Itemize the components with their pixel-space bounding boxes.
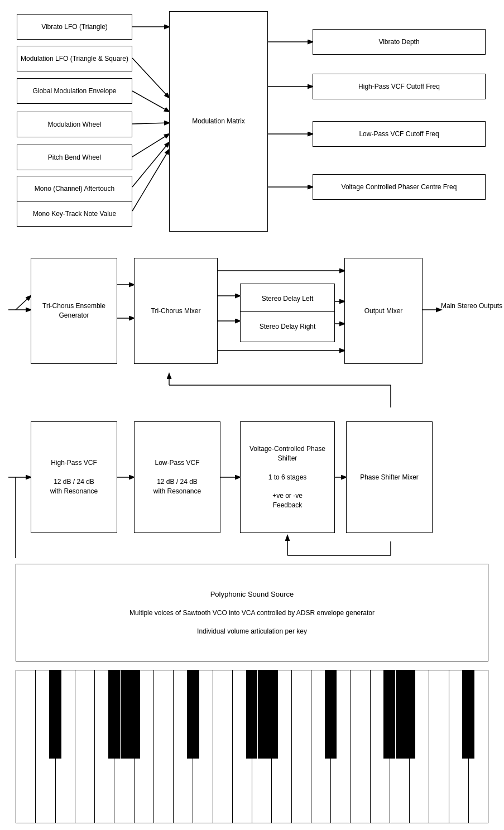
white-key (233, 670, 252, 823)
mod-matrix-box: Modulation Matrix (169, 11, 268, 232)
phase-shifter-mixer-box: Phase Shifter Mixer (346, 421, 433, 533)
white-key (272, 670, 291, 823)
vc-phaser-freq-label: Voltage Controlled Phaser Centre Freq (342, 183, 457, 192)
stereo-delay-right-box: Stereo Delay Right (240, 311, 335, 342)
main-stereo-label: Main Stereo Outputs (441, 301, 502, 311)
svg-line-4 (132, 134, 169, 157)
white-key (429, 670, 449, 823)
mono-aftertouch-label: Mono (Channel) Aftertouch (35, 184, 114, 194)
white-key (351, 670, 370, 823)
global-mod-env-box: Global Modulation Envelope (17, 78, 132, 104)
white-key (331, 670, 351, 823)
mod-wheel-box: Modulation Wheel (17, 112, 132, 137)
vc-phaser-freq-box: Voltage Controlled Phaser Centre Freq (313, 174, 486, 200)
mono-keytrack-label: Mono Key-Track Note Value (33, 209, 116, 219)
output-mixer-box: Output Mixer (344, 258, 423, 364)
diagram: Vibrato LFO (Triangle) Modulation LFO (T… (0, 0, 504, 830)
poly-line2: Individual volume articulation per key (197, 627, 307, 636)
mod-lfo-box: Modulation LFO (Triangle & Square) (17, 46, 132, 71)
mod-lfo-label: Modulation LFO (Triangle & Square) (21, 54, 128, 64)
lp-vcf-box: Low-Pass VCF 12 dB / 24 dB with Resonanc… (134, 421, 220, 533)
mono-keytrack-box: Mono Key-Track Note Value (17, 201, 132, 227)
black-key (246, 670, 258, 759)
stereo-delay-left-box: Stereo Delay Left (240, 284, 335, 314)
white-key (193, 670, 213, 823)
svg-line-6 (132, 150, 169, 211)
white-key (213, 670, 233, 823)
vibrato-depth-box: Vibrato Depth (313, 29, 486, 55)
poly-sound-source-box: Polyphonic Sound Source Multiple voices … (16, 564, 488, 661)
black-key (50, 670, 61, 759)
lp-vcf-freq-box: Low-Pass VCF Cutoff Freq (313, 121, 486, 147)
white-key (95, 670, 114, 823)
lp-vcf-label: Low-Pass VCF 12 dB / 24 dB with Resonanc… (153, 458, 201, 496)
vibrato-lfo-box: Vibrato LFO (Triangle) (17, 14, 132, 40)
mono-aftertouch-box: Mono (Channel) Aftertouch (17, 176, 132, 201)
phase-shifter-mixer-label: Phase Shifter Mixer (360, 473, 419, 482)
svg-line-2 (132, 91, 169, 112)
white-key (469, 670, 488, 823)
tri-chorus-mixer-box: Tri-Chorus Mixer (134, 258, 218, 364)
poly-title: Polyphonic Sound Source (210, 589, 294, 599)
vibrato-lfo-label: Vibrato LFO (Triangle) (41, 22, 108, 32)
hp-vcf-label: High-Pass VCF 12 dB / 24 dB with Resonan… (50, 458, 98, 496)
vc-phase-shifter-box: Voltage-Controlled Phase Shifter 1 to 6 … (240, 421, 335, 533)
pitch-bend-box: Pitch Bend Wheel (17, 145, 132, 170)
white-key (56, 670, 75, 823)
black-key (108, 670, 120, 759)
tri-chorus-mixer-label: Tri-Chorus Mixer (151, 306, 201, 316)
poly-line1: Multiple voices of Sawtooth VCO into VCA… (129, 608, 375, 618)
piano-keyboard (16, 670, 488, 823)
pitch-bend-label: Pitch Bend Wheel (48, 153, 101, 162)
stereo-delay-right-label: Stereo Delay Right (260, 322, 316, 332)
hp-vcf-freq-label: High-Pass VCF Cutoff Freq (358, 82, 440, 92)
svg-line-1 (132, 58, 169, 98)
white-key (410, 670, 429, 823)
black-key (128, 670, 140, 759)
hp-vcf-box: High-Pass VCF 12 dB / 24 dB with Resonan… (31, 421, 117, 533)
vc-phase-shifter-label: Voltage-Controlled Phase Shifter 1 to 6 … (243, 444, 332, 510)
global-mod-env-label: Global Modulation Envelope (32, 87, 116, 96)
mod-wheel-label: Modulation Wheel (47, 120, 101, 129)
black-key (463, 670, 474, 759)
white-key (292, 670, 311, 823)
white-key (16, 670, 36, 823)
svg-line-5 (132, 142, 169, 187)
white-key (135, 670, 154, 823)
tri-chorus-gen-label: Tri-Chorus Ensemble Generator (33, 301, 114, 320)
black-key (383, 670, 395, 759)
white-key (154, 670, 174, 823)
stereo-delay-left-label: Stereo Delay Left (262, 294, 314, 304)
tri-chorus-gen-box: Tri-Chorus Ensemble Generator (31, 258, 117, 364)
mod-matrix-label: Modulation Matrix (192, 117, 245, 126)
lp-vcf-freq-label: Low-Pass VCF Cutoff Freq (359, 129, 439, 139)
white-key (75, 670, 95, 823)
black-key (188, 670, 199, 759)
black-key (325, 670, 337, 759)
white-key (371, 670, 390, 823)
output-mixer-label: Output Mixer (364, 306, 403, 316)
black-key (404, 670, 416, 759)
hp-vcf-freq-box: High-Pass VCF Cutoff Freq (313, 74, 486, 99)
svg-line-3 (132, 123, 169, 124)
svg-line-11 (16, 296, 31, 310)
black-key (266, 670, 278, 759)
vibrato-depth-label: Vibrato Depth (378, 37, 419, 47)
